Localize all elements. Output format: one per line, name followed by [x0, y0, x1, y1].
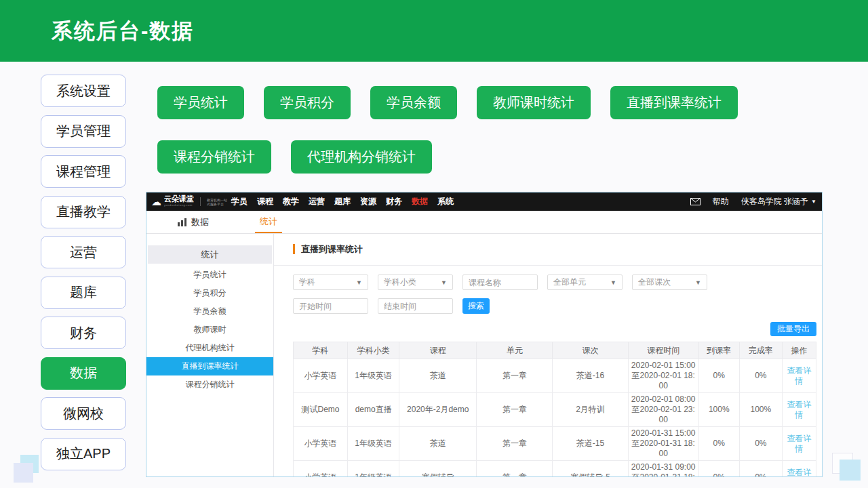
quick-button-student-points[interactable]: 学员积分	[264, 86, 351, 119]
cell-unit: 第一章	[477, 427, 553, 461]
caret-down-icon: ▼	[610, 279, 616, 286]
cell-course-time: 2020-02-01 15:00至2020-02-01 18:00	[628, 359, 698, 393]
left-nav-item-system-settings[interactable]: 系统设置	[41, 75, 126, 107]
nav-item-data[interactable]: 数据	[412, 196, 428, 207]
start-time-input[interactable]	[293, 298, 368, 314]
unit-select[interactable]: 全部单元 ▼	[547, 274, 623, 290]
caret-down-icon: ▼	[356, 279, 362, 286]
caret-down-icon: ▼	[695, 279, 701, 286]
side-menu-item-teacher-hours[interactable]: 教师课时	[146, 321, 273, 339]
left-nav-item-live-teaching[interactable]: 直播教学	[41, 196, 126, 228]
subject-select[interactable]: 学科 ▼	[293, 274, 368, 290]
col-course-time: 课程时间	[628, 342, 698, 359]
nav-item-teaching[interactable]: 教学	[283, 196, 299, 207]
view-detail-link[interactable]: 查看详情	[787, 468, 811, 478]
nav-item-courses[interactable]: 课程	[257, 196, 273, 207]
cell-attendance-rate: 100%	[698, 393, 739, 427]
cell-actions: 查看详情	[782, 359, 816, 393]
nav-item-finance[interactable]: 财务	[386, 196, 402, 207]
table-row: 小学英语 1年级英语 茶道 第一章 茶道-15 2020-01-31 15:00…	[294, 427, 816, 461]
table-row: 小学英语 1年级英语 寒假辅导 第一章 寒假辅导-5 2020-01-31 09…	[294, 461, 816, 478]
cell-completion-rate: 100%	[739, 393, 782, 427]
panel-title: 直播到课率统计	[293, 244, 363, 254]
left-nav-item-question-bank[interactable]: 题库	[41, 277, 126, 309]
page-title: 系统后台-数据	[52, 17, 194, 45]
cell-course-time: 2020-01-31 09:00至2020-01-31 18:00	[628, 461, 698, 478]
cell-unit: 第一章	[477, 359, 553, 393]
cell-subject-subclass: demo直播	[348, 393, 399, 427]
cell-unit: 第一章	[477, 393, 553, 427]
search-button[interactable]: 搜索	[462, 298, 490, 314]
col-actions: 操作	[782, 342, 816, 359]
end-time-input[interactable]	[378, 298, 453, 314]
side-menu-item-student-points[interactable]: 学员积分	[146, 284, 273, 302]
decor-square-lavender-left	[14, 463, 33, 483]
mail-icon[interactable]	[690, 198, 701, 205]
lesson-select[interactable]: 全部课次 ▼	[632, 274, 707, 290]
account-menu[interactable]: 侠客岛学院 张涵予 ▼	[741, 196, 816, 207]
quick-button-live-attendance-stats[interactable]: 直播到课率统计	[610, 86, 738, 119]
tab-statistics[interactable]: 统计	[255, 211, 282, 233]
side-menu-item-agency-stats[interactable]: 代理机构统计	[146, 339, 273, 357]
cell-actions: 查看详情	[782, 427, 816, 461]
logo[interactable]: ☁ 云朵课堂 yunduoketang.com 教育机构一站 式服务平台	[146, 195, 227, 209]
view-detail-link[interactable]: 查看详情	[787, 434, 811, 453]
quick-button-agency-distribution-stats[interactable]: 代理机构分销统计	[291, 140, 432, 174]
side-menu-item-course-distribution-stats[interactable]: 课程分销统计	[146, 375, 273, 394]
admin-nav-right: 帮助 侠客岛学院 张涵予 ▼	[690, 196, 816, 207]
cell-unit: 第一章	[477, 461, 553, 478]
left-nav-item-student-mgmt[interactable]: 学员管理	[41, 115, 126, 148]
quick-button-teacher-hours-stats[interactable]: 教师课时统计	[477, 86, 591, 119]
left-nav-item-operations[interactable]: 运营	[41, 236, 126, 268]
left-nav-item-data[interactable]: 数据	[41, 357, 126, 390]
filter-row-1: 学科 ▼ 学科小类 ▼ 全部单元 ▼ 全部课次 ▼	[293, 274, 707, 290]
cell-lesson: 茶道-16	[553, 359, 628, 393]
logo-tagline: 教育机构一站 式服务平台	[207, 198, 227, 206]
cell-lesson: 2月特训	[553, 393, 628, 427]
nav-item-resources[interactable]: 资源	[360, 196, 376, 207]
quick-buttons-row-1: 学员统计 学员积分 学员余额 教师课时统计 直播到课率统计	[157, 86, 738, 119]
nav-item-system[interactable]: 系统	[437, 196, 454, 207]
unit-select-value: 全部单元	[553, 277, 586, 288]
account-name: 侠客岛学院 张涵予	[741, 196, 808, 207]
view-detail-link[interactable]: 查看详情	[787, 400, 811, 420]
side-menu-item-live-attendance-stats[interactable]: 直播到课率统计	[146, 357, 273, 375]
side-menu-item-student-balance[interactable]: 学员余额	[146, 302, 273, 321]
col-subject-subclass: 学科小类	[348, 342, 399, 359]
course-name-input[interactable]	[462, 274, 538, 290]
nav-item-operations[interactable]: 运营	[309, 196, 325, 207]
left-nav-item-course-mgmt[interactable]: 课程管理	[41, 155, 126, 188]
left-nav-item-micro-school[interactable]: 微网校	[41, 397, 126, 430]
left-nav-item-standalone-app[interactable]: 独立APP	[41, 438, 126, 470]
nav-help-link[interactable]: 帮助	[713, 196, 729, 207]
cell-subject: 小学英语	[294, 427, 348, 461]
admin-main-panel: 直播到课率统计 学科 ▼ 学科小类 ▼ 全部单元 ▼ 全部课次 ▼	[274, 234, 822, 476]
lesson-select-value: 全部课次	[638, 277, 671, 288]
admin-side-menu: 统计 学员统计 学员积分 学员余额 教师课时 代理机构统计 直播到课率统计 课程…	[146, 234, 274, 476]
quick-button-student-balance[interactable]: 学员余额	[370, 86, 457, 119]
admin-body: 统计 学员统计 学员积分 学员余额 教师课时 代理机构统计 直播到课率统计 课程…	[146, 234, 822, 476]
subject-subclass-select[interactable]: 学科小类 ▼	[378, 274, 453, 290]
subject-select-value: 学科	[299, 277, 315, 288]
logo-divider	[200, 197, 201, 206]
nav-item-question-bank[interactable]: 题库	[334, 196, 351, 207]
left-nav-item-finance[interactable]: 财务	[41, 317, 126, 349]
quick-button-student-stats[interactable]: 学员统计	[157, 86, 244, 119]
subnav-section: 数据	[177, 211, 209, 233]
cell-course: 茶道	[399, 359, 477, 393]
view-detail-link[interactable]: 查看详情	[787, 366, 811, 386]
caret-down-icon: ▼	[441, 279, 447, 286]
cell-course: 2020年-2月demo	[399, 393, 477, 427]
quick-button-course-distribution-stats[interactable]: 课程分销统计	[157, 140, 271, 174]
cell-completion-rate: 0%	[739, 359, 782, 393]
cell-subject: 小学英语	[294, 359, 348, 393]
nav-item-students[interactable]: 学员	[231, 196, 248, 207]
cell-subject: 测试Demo	[294, 393, 348, 427]
left-nav: 系统设置 学员管理 课程管理 直播教学 运营 题库 财务 数据 微网校 独立AP…	[41, 75, 126, 470]
attendance-table: 学科 学科小类 课程 单元 课次 课程时间 到课率 完成率 操作 小学英语 1年	[293, 342, 816, 477]
cell-subject-subclass: 1年级英语	[348, 359, 399, 393]
admin-subnav: 数据 统计	[146, 211, 822, 234]
side-menu-item-student-stats[interactable]: 学员统计	[146, 266, 273, 284]
batch-export-button[interactable]: 批量导出	[770, 322, 816, 336]
page-header: 系统后台-数据	[0, 0, 868, 62]
